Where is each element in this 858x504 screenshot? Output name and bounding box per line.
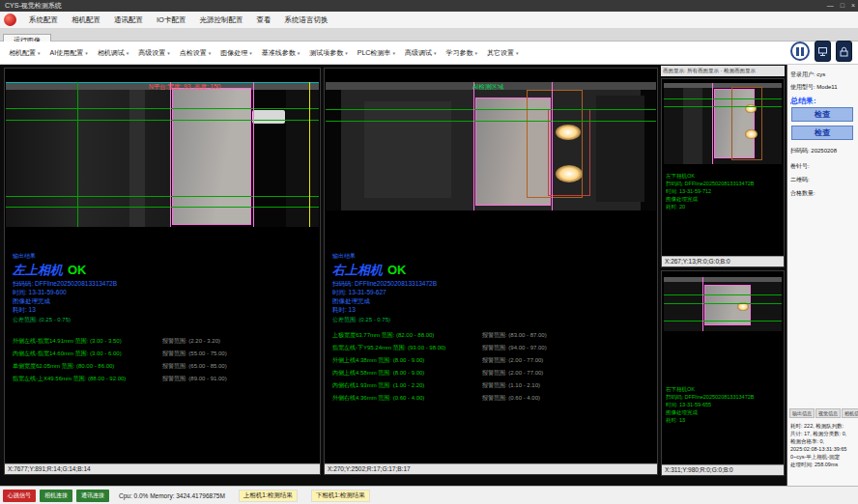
overlay-line	[664, 303, 782, 304]
result-line: 时间: 13-31-59-712	[666, 187, 782, 195]
measurement-row: 外侧左线-指宽14.91mm 范围: (3.00 - 3.50) 报警范围: (…	[13, 335, 316, 348]
cpu-memory-text: Cpu: 0.0% Memory: 3424.41796875M	[119, 492, 225, 499]
toolbar-item[interactable]: AI使用配置	[45, 48, 93, 58]
window-title: CYS-视觉检测系统	[5, 2, 62, 9]
camera-connection-badge: 相机连接	[40, 490, 72, 502]
measurement-row: 内侧上线4.58mm 范围: (8.00 - 9.00) 报警范围: (2.00…	[332, 367, 653, 379]
bright-spot	[556, 125, 581, 140]
lock-icon	[839, 46, 849, 57]
coordinate-bar-small-top: X:267;Y:13;R:0;G:0;B:0	[662, 256, 784, 266]
toolbar-item[interactable]: 相机调试	[93, 48, 134, 58]
result-status-box: 检查	[791, 126, 853, 140]
tolerance-line: 公差范围: (0.25 - 0.75)	[13, 316, 117, 324]
overlay-line	[309, 82, 310, 227]
comm-connection-badge: 通讯连接	[76, 490, 109, 502]
upper-camera-result: 上相机1:检测结果	[239, 490, 298, 502]
minimize-icon[interactable]: —	[827, 0, 834, 12]
model-label: 使用型号:	[790, 84, 815, 90]
measurement-value: 外侧右线4.36mm 范围: (0.60 - 4.00)	[332, 392, 482, 405]
overlay-line	[170, 82, 171, 227]
menu-item[interactable]: 查看	[249, 15, 277, 25]
overlay-line	[664, 98, 782, 99]
output-label: 输出结果	[332, 252, 437, 261]
ok-status: OK	[68, 263, 87, 277]
model-value: Mode11	[816, 84, 837, 90]
menu-item[interactable]: 光源控制配置	[192, 15, 249, 25]
overlay-line	[6, 207, 319, 208]
tolerance-line: 公差范围: (0.25 - 0.75)	[332, 316, 437, 324]
toolbar-item[interactable]: 学习参数	[441, 48, 482, 58]
login-label: 登录用户:	[790, 71, 815, 77]
camera-image-small-top	[664, 83, 782, 164]
result-status-boxes: 检查检查	[791, 107, 853, 144]
menu-item[interactable]: 系统语言切换	[277, 15, 334, 25]
coordinate-bar-left: X:7677;Y:891;R:14;G:14;B:14	[5, 463, 320, 474]
monitor-button[interactable]	[815, 41, 831, 62]
small-views-header: 画面显示: 所有画面显示 · 检测画面显示	[661, 66, 785, 76]
title-bar: CYS-视觉检测系统 — □ ×	[0, 0, 858, 12]
monitor-icon	[817, 46, 828, 57]
menu-item[interactable]: 系统配置	[22, 15, 65, 25]
result-line: 左下相机OK	[666, 172, 782, 180]
barcode-label: 扫码码:	[790, 148, 810, 154]
measurement-row: 外侧右线4.36mm 范围: (0.60 - 4.00) 报警范围: (0.60…	[332, 392, 653, 405]
menu-item[interactable]: 相机配置	[65, 15, 107, 25]
overlay-line	[326, 109, 656, 110]
toolbar-item[interactable]: 其它设置	[482, 48, 524, 58]
result-text-right: 输出结果 右上相机OK 扫码码: DFFline2025020813313472…	[332, 252, 437, 324]
alarm-range: 报警范围: (0.60 - 4.00)	[482, 392, 540, 405]
output-label: 输出结果	[13, 252, 117, 261]
pause-button[interactable]	[790, 42, 810, 61]
close-icon[interactable]: ×	[851, 0, 855, 12]
maximize-icon[interactable]: □	[841, 0, 844, 12]
result-text-small-bottom: 右下相机OK扫码码: DFFline2025020813313472B时间: 1…	[666, 385, 782, 424]
camera-control-buttons	[790, 40, 852, 63]
alarm-range: 报警范围: (89.00 - 91.00)	[162, 373, 227, 385]
status-line: 图像处理完成	[13, 296, 117, 305]
info-panel: 登录用户: cys 使用型号: Mode11 总结果: 检查检查 扫码码: 20…	[786, 65, 858, 486]
measurement-value: 外侧上线4.38mm 范围: (8.00 - 9.00)	[332, 354, 482, 367]
qty-label: 合格数量:	[790, 189, 856, 198]
lock-button[interactable]	[836, 41, 852, 62]
overlay-line	[253, 82, 254, 227]
overlay-text: AI检测区域	[472, 83, 503, 92]
overlay-text: N平台:宽度: 93. 高度: 150	[149, 83, 220, 92]
lower-camera-result: 下相机1:检测结果	[311, 490, 370, 502]
info-tab[interactable]: 相机信息	[842, 408, 858, 418]
model-row: 使用型号: Mode11	[790, 83, 856, 92]
measurement-value: 内侧上线4.58mm 范围: (8.00 - 9.00)	[332, 367, 482, 379]
menu-item[interactable]: IO卡配置	[150, 15, 192, 25]
camera-result-title: 右上相机OK	[332, 262, 437, 277]
camera-panel-left-bottom: 左下相机OK扫码码: DFFline2025020813313472B时间: 1…	[661, 78, 785, 267]
toolbar-item[interactable]: 相机配置	[4, 48, 45, 58]
camera-image-right: AI检测区域	[326, 82, 656, 210]
toolbar-item[interactable]: PLC检测率	[353, 48, 400, 58]
toolbar-item[interactable]: 图像处理	[215, 48, 257, 58]
toolbar-item[interactable]: 点检设置	[175, 48, 216, 58]
main-area: N平台:宽度: 93. 高度: 150 输出结果 左上相机OK 扫码码: DFF…	[0, 65, 858, 486]
barcode-value: 20250208	[811, 148, 837, 154]
alarm-range: 报警范围: (2.00 - 77.00)	[482, 367, 543, 379]
info-tab[interactable]: 输出信息	[789, 408, 815, 418]
measurement-list-left: 外侧左线-指宽14.91mm 范围: (3.00 - 3.50) 报警范围: (…	[13, 335, 316, 385]
camera-panel-left-top: N平台:宽度: 93. 高度: 150 输出结果 左上相机OK 扫码码: DFF…	[4, 68, 321, 475]
result-line: 耗时: 13	[666, 416, 782, 424]
result-line: 扫码码: DFFline2025020813313472B	[666, 180, 782, 187]
info-tab[interactable]: 视觉信息	[815, 408, 841, 418]
toolbar-item[interactable]: 基准线参数	[257, 48, 305, 58]
machine-block	[364, 101, 451, 198]
toolbar-item[interactable]: 高级调试	[400, 48, 442, 58]
stat-line: 0~cys-平上相机-固定	[790, 453, 857, 461]
measurement-row: 上极宽度63.77mm 范围: (82.00 - 88.00) 报警范围: (8…	[332, 329, 653, 342]
measurement-row: 外侧上线4.38mm 范围: (8.00 - 9.00) 报警范围: (2.00…	[332, 354, 653, 367]
menu-item[interactable]: 通讯配置	[107, 15, 150, 25]
measurement-value: 指宽左线-下Y95.24mm 范围: (93.00 - 98.00)	[332, 342, 482, 354]
toolbar-item[interactable]: 测试项参数	[304, 48, 353, 58]
barcode-row: 扫码码: 20250208	[790, 147, 856, 155]
result-line: 图像处理完成	[666, 408, 782, 416]
toolbar-item[interactable]: 高级设置	[133, 48, 175, 58]
elapsed-line: 耗时: 13	[13, 305, 117, 314]
measurement-row: 指宽左线-上X49.56mm 范围: (88.00 - 92.00) 报警范围:…	[13, 373, 316, 385]
measurement-value: 内侧右线1.93mm 范围: (1.00 - 2.20)	[332, 379, 482, 392]
stat-line: 2025:02:08-13:31:39:65	[790, 445, 857, 453]
